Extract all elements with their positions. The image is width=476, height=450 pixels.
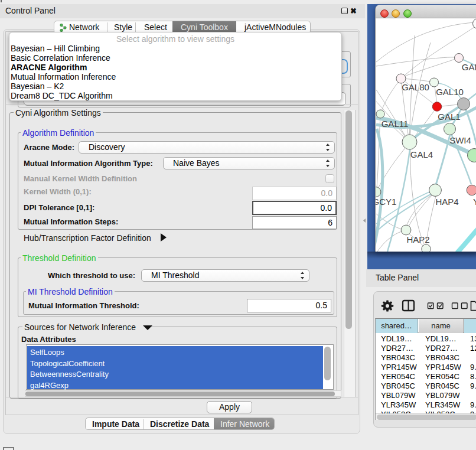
svg-text:YB: YB <box>473 197 476 207</box>
svg-text:GAL4: GAL4 <box>410 149 433 159</box>
svg-text:SWI4: SWI4 <box>449 135 471 145</box>
svg-text:HAP2: HAP2 <box>406 234 429 244</box>
svg-text:GAL7: GAL7 <box>462 62 476 72</box>
svg-text:GCY1: GCY1 <box>376 197 396 207</box>
svg-text:GAL80: GAL80 <box>402 82 429 92</box>
svg-text:HAP4: HAP4 <box>435 197 458 207</box>
svg-text:GAL11: GAL11 <box>382 119 409 129</box>
svg-text:GAL1: GAL1 <box>438 112 460 122</box>
svg-text:GAL10: GAL10 <box>436 87 464 97</box>
